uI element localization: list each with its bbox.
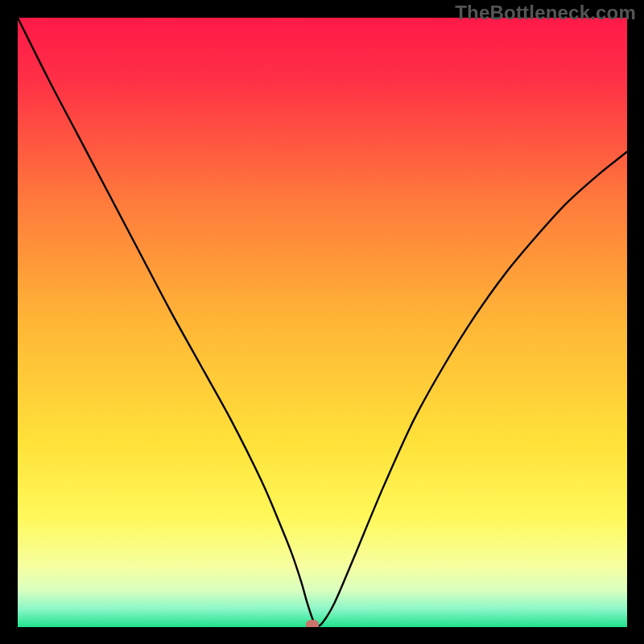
chart-container: TheBottleneck.com: [0, 0, 644, 644]
watermark-text: TheBottleneck.com: [455, 2, 636, 24]
plot-area: [18, 18, 627, 627]
bottleneck-curve: [18, 18, 627, 627]
min-point-marker: [306, 620, 319, 627]
